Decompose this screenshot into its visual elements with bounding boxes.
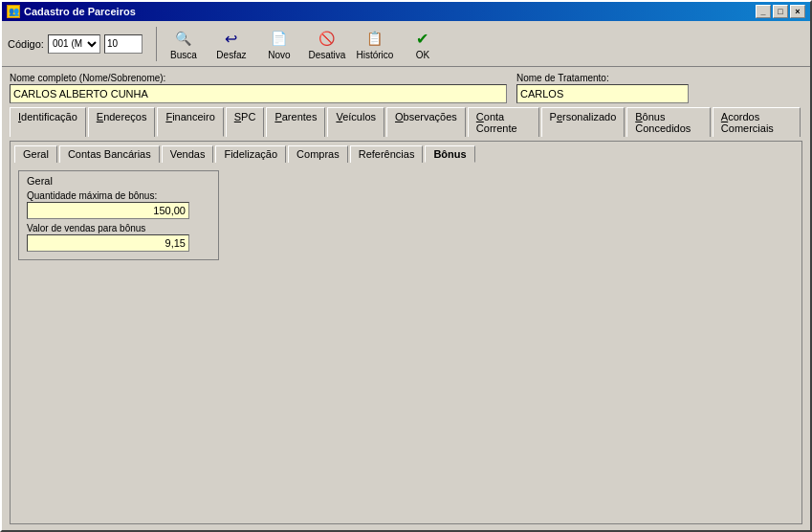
tab-bonus-concedidos[interactable]: Bônus Concedidos xyxy=(626,107,711,137)
tab-identificacao[interactable]: Identificação xyxy=(10,107,86,137)
search-icon xyxy=(172,27,195,50)
minimize-button[interactable]: _ xyxy=(756,5,771,18)
codigo-select[interactable]: 001 (M xyxy=(48,34,100,54)
tab-observacoes[interactable]: Observações xyxy=(386,107,466,137)
novo-button[interactable]: Novo xyxy=(256,25,302,62)
close-button[interactable]: × xyxy=(790,5,805,18)
tab-conta-corrente[interactable]: Conta Corrente xyxy=(468,107,539,137)
desativa-label: Desativa xyxy=(308,50,345,60)
main-window: 👥 Cadastro de Parceiros _ □ × Código: 00… xyxy=(0,0,812,532)
new-icon xyxy=(268,27,291,50)
tab-acordos-comerciais[interactable]: Acordos Comerciais xyxy=(713,107,801,137)
desativa-button[interactable]: Desativa xyxy=(304,25,350,62)
inner-tab-fidelizacao[interactable]: Fidelização xyxy=(215,145,286,163)
max-bonus-input[interactable] xyxy=(27,202,189,219)
undo-icon xyxy=(220,27,243,50)
inner-tab-referencias[interactable]: Referências xyxy=(350,145,424,163)
desfaz-label: Desfaz xyxy=(216,50,246,60)
title-buttons: _ □ × xyxy=(756,5,805,18)
outer-tabs-row: Identificação Endereços Financeiro SPC P… xyxy=(10,107,802,137)
maximize-button[interactable]: □ xyxy=(773,5,788,18)
inner-tab-geral[interactable]: Geral xyxy=(14,145,57,163)
inner-tab-vendas[interactable]: Vendas xyxy=(162,145,214,163)
full-name-group: Nome completo (Nome/Sobrenome): xyxy=(10,73,507,103)
tab-financeiro[interactable]: Financeiro xyxy=(157,107,223,137)
title-bar-left: 👥 Cadastro de Parceiros xyxy=(7,5,136,18)
sales-value-input[interactable] xyxy=(27,234,189,252)
bonus-content: Geral Quantidade máxima de bônus: Valor … xyxy=(11,163,801,523)
historico-label: Histórico xyxy=(356,50,393,60)
disable-icon xyxy=(316,27,339,50)
desfaz-button[interactable]: Desfaz xyxy=(208,25,254,62)
tab-parentes[interactable]: Parentes xyxy=(266,107,325,137)
outer-tabs: Identificação Endereços Financeiro SPC P… xyxy=(10,107,802,137)
geral-box: Geral Quantidade máxima de bônus: Valor … xyxy=(18,170,219,260)
tab-personalizado[interactable]: Personalizado xyxy=(541,107,625,137)
sales-value-label: Valor de vendas para bônus xyxy=(27,223,210,233)
geral-legend: Geral xyxy=(27,175,210,187)
codigo-input[interactable] xyxy=(104,34,143,54)
window-title: Cadastro de Parceiros xyxy=(24,6,136,17)
ok-icon xyxy=(411,27,434,50)
codigo-label: Código: xyxy=(8,38,44,50)
title-bar: 👥 Cadastro de Parceiros _ □ × xyxy=(2,2,810,21)
tab-panel-outer: Geral Contas Bancárias Vendas Fidelizaçã… xyxy=(10,141,802,524)
content-area: Nome completo (Nome/Sobrenome): Nome de … xyxy=(2,67,810,530)
tab-veiculos[interactable]: Veículos xyxy=(327,107,384,137)
tab-spc[interactable]: SPC xyxy=(226,107,265,137)
full-name-input[interactable] xyxy=(10,84,507,103)
treatment-group: Nome de Tratamento: xyxy=(516,73,689,103)
toolbar: Código: 001 (M Busca Desfaz Novo Desativ… xyxy=(2,21,810,67)
novo-label: Novo xyxy=(268,50,290,60)
history-icon xyxy=(363,27,386,50)
busca-button[interactable]: Busca xyxy=(161,25,207,62)
ok-label: OK xyxy=(416,50,429,60)
tab-enderecos[interactable]: Endereços xyxy=(88,107,156,137)
treatment-input[interactable] xyxy=(516,84,689,103)
inner-tab-bonus[interactable]: Bônus xyxy=(425,145,474,163)
window-icon: 👥 xyxy=(7,5,20,18)
codigo-area: Código: 001 (M xyxy=(8,34,143,54)
name-row: Nome completo (Nome/Sobrenome): Nome de … xyxy=(10,73,802,103)
treatment-label: Nome de Tratamento: xyxy=(516,73,689,83)
full-name-label: Nome completo (Nome/Sobrenome): xyxy=(10,73,507,83)
busca-label: Busca xyxy=(170,50,197,60)
max-bonus-label: Quantidade máxima de bônus: xyxy=(27,190,210,201)
inner-tabs: Geral Contas Bancárias Vendas Fidelizaçã… xyxy=(11,142,801,163)
historico-button[interactable]: Histórico xyxy=(352,25,398,62)
inner-tab-compras[interactable]: Compras xyxy=(288,145,348,163)
toolbar-separator-1 xyxy=(156,27,157,61)
ok-button[interactable]: OK xyxy=(400,25,446,62)
inner-tab-contas-bancarias[interactable]: Contas Bancárias xyxy=(59,145,160,163)
